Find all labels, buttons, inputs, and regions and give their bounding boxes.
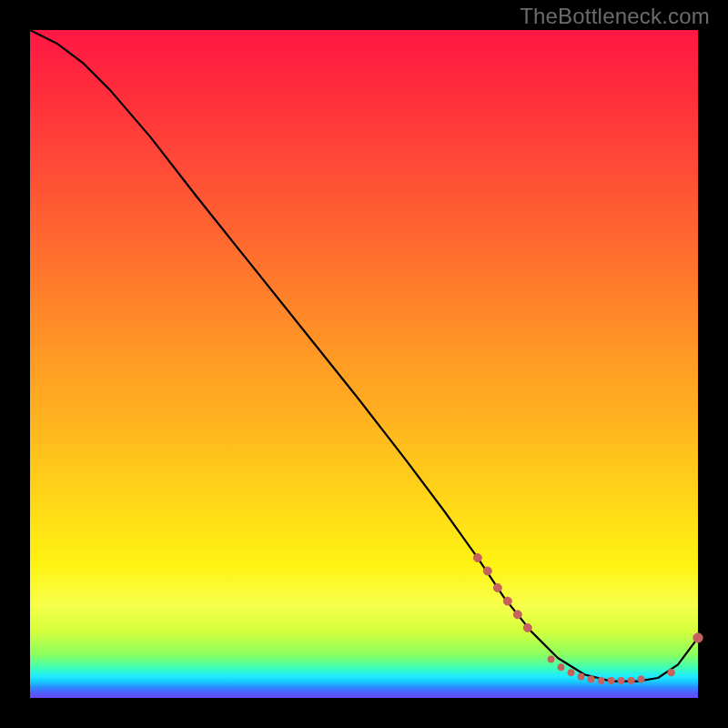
data-dot xyxy=(578,673,584,680)
data-dot xyxy=(608,677,614,683)
curve-group xyxy=(30,30,698,682)
chart-frame: TheBottleneck.com xyxy=(0,0,728,728)
watermark-text: TheBottleneck.com xyxy=(520,4,710,29)
plot-overlay xyxy=(30,30,698,698)
data-dot xyxy=(523,623,531,632)
data-dot xyxy=(618,677,624,683)
data-dot xyxy=(568,670,574,676)
data-dot xyxy=(628,677,634,683)
data-dot xyxy=(588,676,594,682)
data-dot xyxy=(638,676,644,682)
data-dot xyxy=(598,677,604,683)
data-dots-group xyxy=(473,553,703,683)
data-dot xyxy=(668,669,675,676)
data-dot xyxy=(558,664,564,671)
data-dot xyxy=(548,656,554,662)
bottleneck-curve xyxy=(30,30,698,682)
data-dot xyxy=(693,633,703,642)
data-dot xyxy=(473,553,481,561)
data-dot xyxy=(483,567,491,575)
data-dot xyxy=(493,583,501,592)
data-dot xyxy=(513,611,521,619)
data-dot xyxy=(503,597,511,605)
